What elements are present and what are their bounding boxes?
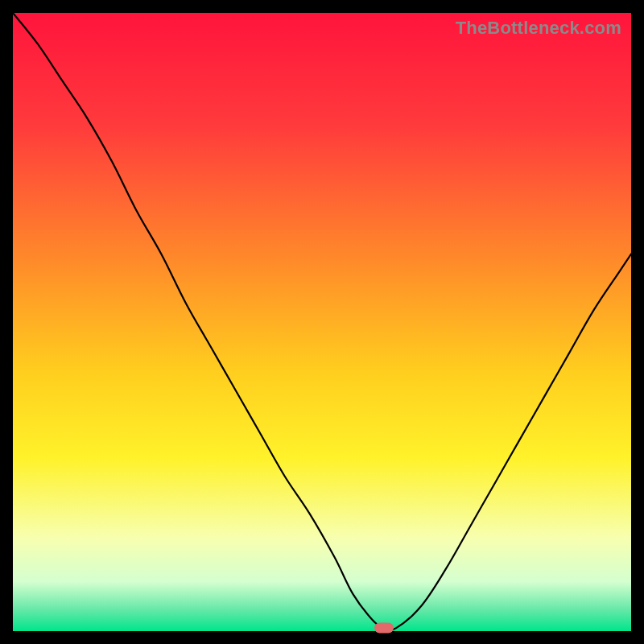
- optimal-point-marker: [374, 623, 394, 634]
- watermark-label: TheBottleneck.com: [456, 18, 621, 39]
- bottleneck-chart: [13, 13, 631, 631]
- chart-frame: TheBottleneck.com: [13, 13, 631, 631]
- gradient-background: [13, 13, 631, 631]
